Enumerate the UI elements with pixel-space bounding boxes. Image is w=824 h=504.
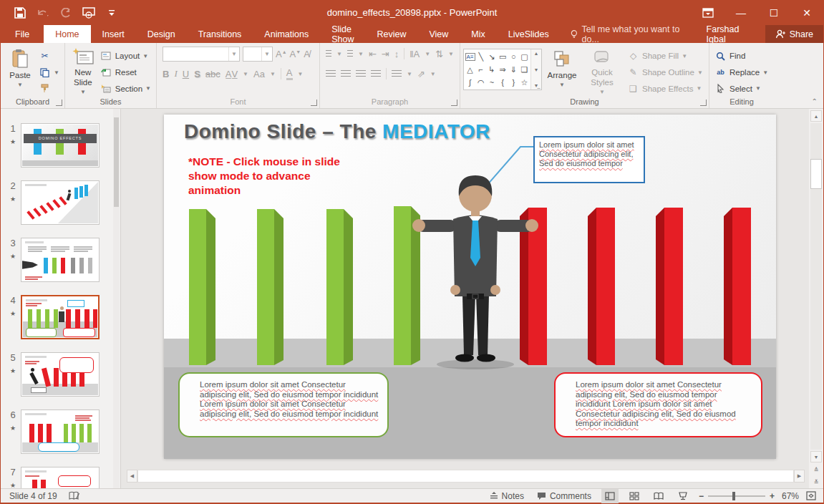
paste-button[interactable]: Paste ▼ xyxy=(4,46,37,95)
numbering-icon[interactable] xyxy=(347,50,353,58)
slide-thumbnail-4[interactable]: 4★ xyxy=(5,295,120,339)
clipboard-dialog-launcher[interactable] xyxy=(56,100,62,106)
horizontal-scrollbar[interactable]: ◀ ▶ xyxy=(127,470,805,483)
user-name[interactable]: Farshad Iqbal xyxy=(697,24,765,44)
green-domino[interactable] xyxy=(326,209,344,365)
slide-thumbnail-6[interactable]: 6★ xyxy=(5,410,120,454)
red-domino[interactable] xyxy=(732,208,751,365)
tab-home[interactable]: Home xyxy=(44,25,90,43)
normal-view-button[interactable] xyxy=(601,489,619,503)
bullets-icon[interactable] xyxy=(326,50,331,58)
increase-indent-icon[interactable]: ⇥ xyxy=(382,49,389,59)
slide-thumbnail-1[interactable]: 1★DOMINO EFFECTS xyxy=(5,123,120,168)
underline-button[interactable]: U xyxy=(183,69,189,79)
decrease-font-size-icon[interactable]: A▼ xyxy=(290,49,301,59)
bold-button[interactable]: B xyxy=(163,69,169,79)
arrange-button[interactable]: Arrange ▼ xyxy=(542,46,582,95)
reset-button[interactable]: Reset xyxy=(98,66,153,79)
copy-dropdown-caret[interactable]: ▼ xyxy=(54,69,59,76)
zoom-level[interactable]: 67% xyxy=(782,491,799,501)
green-domino[interactable] xyxy=(394,206,411,365)
share-button[interactable]: Share xyxy=(765,25,823,43)
thumbnail-panel-scrollbar[interactable] xyxy=(113,109,120,488)
tab-transitions[interactable]: Transitions xyxy=(187,25,253,43)
align-center-icon[interactable] xyxy=(341,70,351,78)
slide-title[interactable]: Domino Slide – The MEDIATOR xyxy=(184,120,490,143)
font-color-button[interactable]: A xyxy=(286,67,293,80)
vertical-scroll-thumb[interactable] xyxy=(810,159,822,189)
drawing-dialog-launcher[interactable] xyxy=(700,100,707,106)
zoom-in-icon[interactable]: + xyxy=(770,491,775,501)
line-spacing-icon[interactable]: ↕ xyxy=(394,49,399,59)
tab-view[interactable]: View xyxy=(417,25,460,43)
character-spacing-button[interactable]: A̲V̲ xyxy=(226,69,238,79)
comments-button[interactable]: Comments xyxy=(534,489,594,503)
left-textbox[interactable]: Lorem ipsum dolor sit amet Consectetur a… xyxy=(178,372,389,437)
collapse-ribbon-icon[interactable]: ⌃ xyxy=(812,97,818,105)
italic-button[interactable]: I xyxy=(174,68,177,79)
new-slide-button[interactable]: New Slide ▼ xyxy=(68,46,98,95)
paragraph-dialog-launcher[interactable] xyxy=(451,100,457,106)
slide-thumbnail-7[interactable]: 7★ xyxy=(5,467,120,488)
red-domino[interactable] xyxy=(596,208,615,365)
tab-animations[interactable]: Animations xyxy=(253,25,320,43)
replace-button[interactable]: ab Replace▼ xyxy=(712,66,770,79)
undo-icon[interactable] xyxy=(37,6,49,19)
reading-view-button[interactable] xyxy=(650,489,667,503)
tab-file[interactable]: File xyxy=(1,25,44,43)
red-domino[interactable] xyxy=(664,208,683,365)
align-left-icon[interactable] xyxy=(326,70,336,78)
slide-show-button[interactable] xyxy=(674,489,692,503)
ribbon-display-options-icon[interactable] xyxy=(692,0,724,25)
slide-sorter-view-button[interactable] xyxy=(626,489,643,503)
zoom-slider-thumb[interactable] xyxy=(732,492,735,500)
increase-font-size-icon[interactable]: A▲ xyxy=(276,49,287,59)
arrange-dropdown-caret[interactable]: ▼ xyxy=(559,82,565,88)
slide-thumbnail-2[interactable]: 2★ xyxy=(5,180,120,225)
tab-liveslides[interactable]: LiveSlides xyxy=(497,25,561,43)
right-textbox[interactable]: Lorem ipsum dolor sit amet Consectetur a… xyxy=(554,372,762,437)
copy-button[interactable]: ▼ xyxy=(37,66,62,79)
scroll-right-icon[interactable]: ▶ xyxy=(794,470,805,483)
close-button[interactable]: ✕ xyxy=(790,0,823,25)
shapes-gallery-scrollbar[interactable]: ▲▼▼̲ xyxy=(530,49,541,89)
text-shadow-button[interactable]: S xyxy=(194,69,200,79)
shapes-gallery[interactable]: A≡ ╲↘ ▭○▢ △⌐↳ ⇒⇓❏ ʃ◠~ {}☆ ▲▼▼̲ xyxy=(463,49,542,90)
decrease-indent-icon[interactable]: ⇤ xyxy=(369,49,377,59)
shape-effects-button[interactable]: ❑Shape Effects▼ xyxy=(625,82,705,95)
strikethrough-button[interactable]: abc xyxy=(205,69,220,79)
align-text-icon[interactable]: ⇅ xyxy=(435,49,443,59)
new-slide-dropdown-caret[interactable]: ▼ xyxy=(80,89,86,95)
note-text[interactable]: *NOTE - Click mouse in slide show mode t… xyxy=(188,155,432,198)
quick-styles-button[interactable]: Quick Styles ▼ xyxy=(582,46,622,95)
change-case-button[interactable]: Aa xyxy=(253,69,265,79)
slide-canvas[interactable]: Domino Slide – The MEDIATOR *NOTE - Clic… xyxy=(164,115,776,459)
tab-insert[interactable]: Insert xyxy=(91,25,136,43)
font-size-combobox[interactable]: ▼ xyxy=(243,47,273,62)
previous-slide-button[interactable]: ≙ xyxy=(810,465,822,475)
font-name-combobox[interactable]: ▼ xyxy=(163,47,240,62)
maximize-button[interactable]: ☐ xyxy=(757,0,790,25)
scroll-up-icon[interactable]: ▲ xyxy=(810,110,822,122)
minimize-button[interactable]: — xyxy=(724,0,757,25)
align-right-icon[interactable] xyxy=(356,70,366,78)
start-from-beginning-icon[interactable] xyxy=(82,6,95,19)
find-button[interactable]: Find xyxy=(712,49,770,63)
redo-icon[interactable] xyxy=(59,6,72,19)
layout-button[interactable]: Layout▼ xyxy=(98,49,153,63)
zoom-out-icon[interactable]: − xyxy=(699,491,704,501)
green-domino[interactable] xyxy=(189,209,206,365)
font-dialog-launcher[interactable] xyxy=(311,100,317,106)
justify-icon[interactable] xyxy=(371,70,381,78)
select-button[interactable]: Select▼ xyxy=(712,82,770,95)
spell-check-icon[interactable] xyxy=(69,491,80,501)
smartart-icon[interactable]: ⇗ xyxy=(417,69,425,79)
tab-design[interactable]: Design xyxy=(136,25,187,43)
fit-to-window-icon[interactable] xyxy=(806,491,816,500)
columns-icon[interactable] xyxy=(392,70,402,78)
notes-button[interactable]: Notes xyxy=(487,489,527,503)
paste-dropdown-caret[interactable]: ▼ xyxy=(17,82,23,88)
slide-thumbnail-3[interactable]: 3★ xyxy=(5,238,120,282)
clear-formatting-icon[interactable]: A̸ xyxy=(304,49,310,59)
next-slide-button[interactable]: ≚ xyxy=(810,477,822,488)
